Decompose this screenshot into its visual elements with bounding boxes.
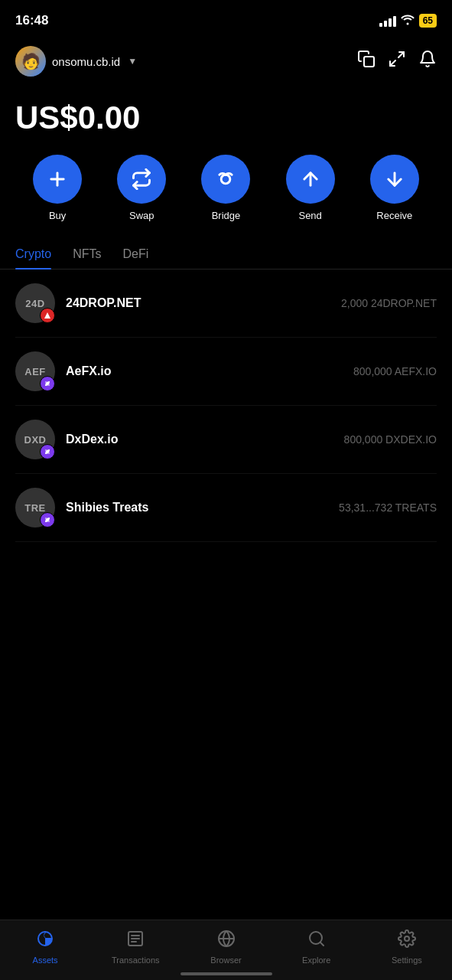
status-bar: 16:48 65 (0, 0, 452, 38)
asset-balance: 53,31...732 TREATS (339, 501, 437, 514)
browser-label: Browser (210, 956, 241, 965)
asset-info: DxDex.io (66, 433, 344, 446)
svg-line-2 (390, 60, 395, 66)
header: 🧑 onsomu.cb.id ▼ (0, 38, 452, 84)
svg-line-1 (398, 52, 404, 57)
svg-point-17 (405, 936, 409, 941)
asset-info: AeFX.io (66, 364, 353, 378)
asset-icon-wrapper: 24D (15, 283, 55, 323)
nav-browser[interactable]: Browser (180, 929, 271, 965)
svg-rect-0 (364, 57, 374, 67)
status-icons: 65 (379, 14, 437, 28)
receive-label: Receive (376, 210, 412, 221)
account-name: onsomu.cb.id (52, 55, 120, 68)
notification-icon[interactable] (418, 50, 437, 73)
account-info[interactable]: 🧑 onsomu.cb.id ▼ (15, 46, 137, 77)
header-actions (357, 50, 437, 73)
status-time: 16:48 (15, 13, 48, 28)
list-item[interactable]: AEF AeFX.io 800,000 AEFX.IO (15, 338, 437, 406)
network-badge (40, 308, 55, 323)
action-buttons: Buy Swap Bridge Send Receive (0, 155, 452, 240)
copy-icon[interactable] (357, 50, 376, 73)
nav-assets[interactable]: Assets (0, 929, 90, 965)
receive-circle[interactable] (370, 155, 419, 204)
receive-button[interactable]: Receive (370, 155, 419, 221)
svg-line-16 (320, 942, 323, 946)
asset-balance: 2,000 24DROP.NET (341, 297, 437, 309)
swap-button[interactable]: Swap (117, 155, 166, 221)
transactions-icon (126, 929, 145, 952)
asset-info: Shibies Treats (66, 501, 339, 514)
chevron-down-icon: ▼ (128, 56, 137, 67)
avatar: 🧑 (15, 46, 46, 77)
explore-label: Explore (302, 956, 330, 965)
asset-icon-wrapper: AEF (15, 351, 55, 391)
assets-label: Assets (33, 956, 58, 965)
signal-icon (379, 15, 396, 27)
balance-section: US$0.00 (0, 84, 452, 155)
settings-icon (398, 929, 416, 952)
network-badge (40, 376, 55, 391)
bridge-button[interactable]: Bridge (201, 155, 250, 221)
asset-icon-wrapper: DXD (15, 420, 55, 459)
asset-list: 24D 24DROP.NET 2,000 24DROP.NET AEF AeFX… (0, 270, 452, 619)
asset-icon-wrapper: TRE (15, 488, 55, 528)
explore-icon (307, 929, 326, 952)
swap-label: Swap (129, 210, 154, 221)
nav-transactions[interactable]: Transactions (90, 929, 180, 965)
nav-settings[interactable]: Settings (362, 929, 452, 965)
bridge-label: Bridge (212, 210, 241, 221)
tab-nfts[interactable]: NFTs (73, 240, 101, 269)
svg-marker-8 (44, 312, 50, 318)
balance-amount: US$0.00 (15, 100, 437, 136)
network-badge (40, 444, 55, 459)
asset-name: 24DROP.NET (66, 296, 341, 310)
list-item[interactable]: 24D 24DROP.NET 2,000 24DROP.NET (15, 270, 437, 338)
buy-circle[interactable] (33, 155, 82, 204)
buy-label: Buy (49, 210, 66, 221)
tabs: Crypto NFTs DeFi (0, 240, 452, 270)
svg-point-5 (222, 175, 231, 184)
asset-balance: 800,000 DXDEX.IO (344, 433, 437, 446)
asset-name: Shibies Treats (66, 501, 339, 514)
wifi-icon (401, 15, 415, 28)
tab-crypto[interactable]: Crypto (15, 240, 51, 269)
bottom-nav: Assets Transactions Browser (0, 920, 452, 980)
list-item[interactable]: TRE Shibies Treats 53,31...732 TREATS (15, 474, 437, 542)
asset-balance: 800,000 AEFX.IO (353, 365, 437, 377)
bridge-circle[interactable] (201, 155, 250, 204)
send-button[interactable]: Send (286, 155, 335, 221)
send-circle[interactable] (286, 155, 335, 204)
battery-indicator: 65 (419, 14, 437, 28)
list-item[interactable]: DXD DxDex.io 800,000 DXDEX.IO (15, 406, 437, 474)
buy-button[interactable]: Buy (33, 155, 82, 221)
nav-explore[interactable]: Explore (272, 929, 362, 965)
asset-info: 24DROP.NET (66, 296, 341, 310)
asset-name: AeFX.io (66, 364, 353, 378)
asset-name: DxDex.io (66, 433, 344, 446)
assets-icon (36, 929, 54, 952)
expand-icon[interactable] (388, 50, 406, 73)
browser-icon (217, 929, 236, 952)
network-badge (40, 512, 55, 528)
swap-circle[interactable] (117, 155, 166, 204)
tab-defi[interactable]: DeFi (122, 240, 148, 269)
transactions-label: Transactions (112, 956, 160, 965)
home-indicator (180, 972, 272, 975)
send-label: Send (298, 210, 321, 221)
settings-label: Settings (392, 956, 422, 965)
